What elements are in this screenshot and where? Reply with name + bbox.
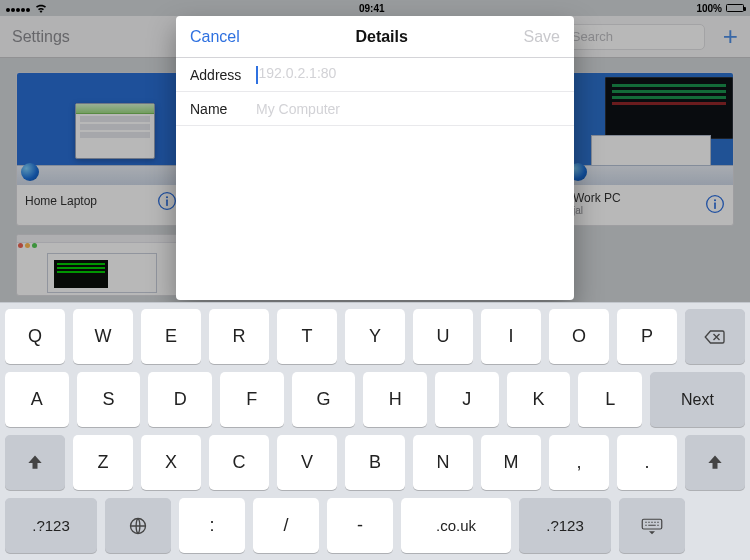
next-key[interactable]: Next bbox=[650, 372, 745, 427]
name-input[interactable]: My Computer bbox=[256, 101, 560, 117]
shift-key[interactable] bbox=[5, 435, 65, 490]
modal-title: Details bbox=[355, 28, 407, 46]
save-button[interactable]: Save bbox=[524, 28, 560, 46]
address-input[interactable]: 192.0.2.1:80 bbox=[256, 65, 560, 83]
key-y[interactable]: Y bbox=[345, 309, 405, 364]
svg-rect-9 bbox=[642, 519, 662, 529]
couk-key[interactable]: .co.uk bbox=[401, 498, 511, 553]
globe-key[interactable] bbox=[105, 498, 171, 553]
key-u[interactable]: U bbox=[413, 309, 473, 364]
period-key[interactable]: . bbox=[617, 435, 677, 490]
key-p[interactable]: P bbox=[617, 309, 677, 364]
details-modal: Cancel Details Save Address 192.0.2.1:80… bbox=[176, 16, 574, 300]
key-m[interactable]: M bbox=[481, 435, 541, 490]
key-h[interactable]: H bbox=[363, 372, 427, 427]
key-o[interactable]: O bbox=[549, 309, 609, 364]
key-a[interactable]: A bbox=[5, 372, 69, 427]
symbols-key[interactable]: .?123 bbox=[5, 498, 97, 553]
keyboard: QWERTYUIOP ASDFGHJKLNext ZXCVBNM,. .?123… bbox=[0, 302, 750, 560]
key-s[interactable]: S bbox=[77, 372, 141, 427]
hide-keyboard-key[interactable] bbox=[619, 498, 685, 553]
shift-key[interactable] bbox=[685, 435, 745, 490]
key-k[interactable]: K bbox=[507, 372, 571, 427]
key-c[interactable]: C bbox=[209, 435, 269, 490]
key-l[interactable]: L bbox=[578, 372, 642, 427]
key-z[interactable]: Z bbox=[73, 435, 133, 490]
key-f[interactable]: F bbox=[220, 372, 284, 427]
key-i[interactable]: I bbox=[481, 309, 541, 364]
key-r[interactable]: R bbox=[209, 309, 269, 364]
key-e[interactable]: E bbox=[141, 309, 201, 364]
key-j[interactable]: J bbox=[435, 372, 499, 427]
dash-key[interactable]: - bbox=[327, 498, 393, 553]
backspace-key[interactable] bbox=[685, 309, 745, 364]
key-b[interactable]: B bbox=[345, 435, 405, 490]
key-w[interactable]: W bbox=[73, 309, 133, 364]
comma-key[interactable]: , bbox=[549, 435, 609, 490]
key-d[interactable]: D bbox=[148, 372, 212, 427]
address-label: Address bbox=[190, 67, 256, 83]
key-g[interactable]: G bbox=[292, 372, 356, 427]
key-t[interactable]: T bbox=[277, 309, 337, 364]
name-label: Name bbox=[190, 101, 256, 117]
key-q[interactable]: Q bbox=[5, 309, 65, 364]
colon-key[interactable]: : bbox=[179, 498, 245, 553]
symbols-key[interactable]: .?123 bbox=[519, 498, 611, 553]
key-x[interactable]: X bbox=[141, 435, 201, 490]
cancel-button[interactable]: Cancel bbox=[190, 28, 240, 46]
key-n[interactable]: N bbox=[413, 435, 473, 490]
key-v[interactable]: V bbox=[277, 435, 337, 490]
slash-key[interactable]: / bbox=[253, 498, 319, 553]
